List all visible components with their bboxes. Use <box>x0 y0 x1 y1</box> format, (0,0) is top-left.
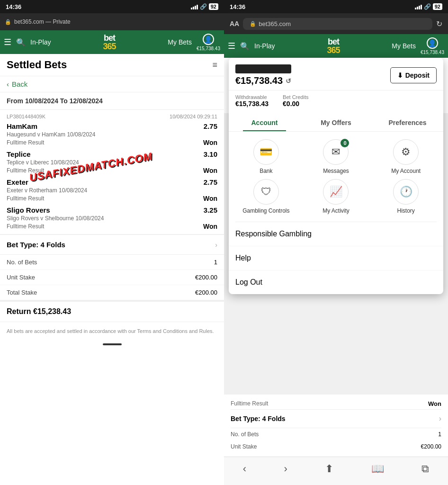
disclaimer-text: All bets are accepted and settled in acc… <box>7 328 214 334</box>
right-lower-result: Won <box>428 400 441 407</box>
tab-account[interactable]: Account <box>229 114 300 131</box>
left-status-icons: 🔗 92 <box>191 3 218 10</box>
my-account-icon-circle: ⚙ <box>393 139 419 165</box>
nav-forward-button[interactable]: › <box>279 460 292 477</box>
bet-credits-label: Bet Credits <box>283 94 308 100</box>
bet-team-1: Teplice <box>7 150 31 158</box>
bet-market-row-2: Fulltime Result Won <box>7 195 217 202</box>
balance-refresh-icon[interactable]: ↺ <box>286 77 291 85</box>
bet-odds-1: 3.10 <box>204 150 217 158</box>
balance-value: €15,738.43 <box>235 75 283 86</box>
bet-market-2: Fulltime Result <box>7 195 44 202</box>
bet-odds-0: 2.75 <box>204 122 217 130</box>
bank-icon-circle: 💳 <box>253 139 279 165</box>
nav-account[interactable]: 👤 €15,738.43 <box>197 34 220 51</box>
help-label: Help <box>235 254 251 262</box>
gambling-controls-label: Gambling Controls <box>242 207 289 214</box>
bet-id: LP3801448409K <box>7 114 45 119</box>
bet-item-2: Exeter 2.75 <box>7 178 217 186</box>
left-status-bar: 14:36 🔗 92 <box>0 0 224 13</box>
right-hamburger-icon[interactable]: ☰ <box>228 41 235 51</box>
unit-stake-label: Unit Stake <box>7 274 35 281</box>
icon-item-messages[interactable]: ✉ 0 Messages <box>304 139 369 174</box>
tab-preferences[interactable]: Preferences <box>372 114 443 131</box>
refresh-icon[interactable]: ↻ <box>436 19 442 28</box>
gambling-controls-icon: 🛡 <box>261 186 271 198</box>
deposit-button[interactable]: ⬇ Deposit <box>390 67 437 83</box>
right-nav-left-group: ☰ 🔍 In-Play <box>228 41 275 51</box>
right-nav-right-group: My Bets 👤 €15,738.43 <box>392 37 444 55</box>
right-wifi-icon: 🔗 <box>424 3 431 10</box>
right-account-circle-icon: 👤 <box>427 37 438 49</box>
deposit-label: Deposit <box>405 72 430 79</box>
hamburger-icon[interactable]: ☰ <box>4 37 11 47</box>
return-label: Return €15,238.43 <box>7 307 71 315</box>
menu-icon[interactable]: ≡ <box>212 60 217 70</box>
bet365-logo[interactable]: bet 365 <box>103 34 116 51</box>
bottom-nav: ‹ › ⬆ 📖 ⧉ <box>224 457 448 485</box>
wifi-icon: 🔗 <box>200 3 207 10</box>
bet-credits-value: €0.00 <box>283 100 308 108</box>
back-label: Back <box>12 80 27 88</box>
bet-market-0: Fulltime Result <box>7 139 44 146</box>
bet-match-1: Teplice v Liberec 10/08/2024 <box>7 159 217 166</box>
bet-item-1: Teplice 3.10 <box>7 150 217 158</box>
scroll-indicator <box>0 341 224 348</box>
nav-share-button[interactable]: ⬆ <box>320 460 338 477</box>
bet-type-row[interactable]: Bet Type: 4 Folds › <box>0 234 224 255</box>
total-stake-value: €200.00 <box>195 289 217 296</box>
responsible-gambling-label: Responsible Gambling <box>235 230 312 238</box>
right-lower-bets-value: 1 <box>438 431 441 438</box>
nav-inplay[interactable]: In-Play <box>30 38 51 46</box>
right-nav-mybets[interactable]: My Bets <box>392 42 416 50</box>
icon-item-my-activity[interactable]: 📈 My Activity <box>304 179 369 214</box>
menu-responsible-gambling[interactable]: Responsible Gambling <box>229 222 443 246</box>
nav-mybets[interactable]: My Bets <box>168 38 192 46</box>
logo-365: 365 <box>103 42 116 51</box>
icon-item-my-account[interactable]: ⚙ My Account <box>373 139 439 174</box>
right-lower-bettype[interactable]: Bet Type: 4 Folds › <box>231 410 441 428</box>
bet-match-3: Sligo Rovers v Shelbourne 10/08/2024 <box>7 215 217 222</box>
left-panel: 14:36 🔗 92 🔒 bet365.com — Private ☰ 🔍 In… <box>0 0 224 485</box>
search-icon[interactable]: 🔍 <box>16 38 26 47</box>
right-lower-bg: Fulltime Result Won Bet Type: 4 Folds › … <box>224 395 448 457</box>
bet-odds-3: 3.25 <box>204 206 217 214</box>
bet-market-row-3: Fulltime Result Won <box>7 223 217 230</box>
my-activity-label: My Activity <box>323 207 349 214</box>
right-bet365-logo[interactable]: bet 365 <box>327 37 340 54</box>
bank-icon: 💳 <box>260 146 272 158</box>
messages-label: Messages <box>323 168 349 174</box>
right-lower-unitstake-label: Unit Stake <box>231 443 257 450</box>
nav-tabs-button[interactable]: ⧉ <box>417 460 434 477</box>
right-nav-inplay[interactable]: In-Play <box>254 42 275 50</box>
date-range-text: From 10/08/2024 To 12/08/2024 <box>7 97 103 105</box>
chevron-right-icon: › <box>215 241 217 249</box>
icon-item-gambling-controls[interactable]: 🛡 Gambling Controls <box>233 179 299 214</box>
total-stake-label: Total Stake <box>7 289 37 296</box>
back-chevron-icon: ‹ <box>7 80 9 88</box>
back-button[interactable]: ‹ Back <box>0 76 224 92</box>
menu-log-out[interactable]: Log Out <box>229 270 443 294</box>
bet-match-2: Exeter v Rotherham 10/08/2024 <box>7 187 217 194</box>
icon-item-bank[interactable]: 💳 Bank <box>233 139 299 174</box>
bet-team-0: HamKam <box>7 122 37 130</box>
browser-aa[interactable]: AA <box>230 20 239 27</box>
browser-url-bar[interactable]: 🔒 bet365.com <box>243 18 432 30</box>
nav-bookmarks-button[interactable]: 📖 <box>367 460 389 477</box>
icon-item-history[interactable]: 🕐 History <box>373 179 439 214</box>
signal-icon <box>191 4 198 9</box>
bet-market-3: Fulltime Result <box>7 223 44 230</box>
withdrawable-label: Withdrawable <box>235 94 269 100</box>
right-nav-account[interactable]: 👤 €15,738.43 <box>421 37 444 55</box>
right-browser-url: bet365.com <box>259 20 291 27</box>
right-panel: 14:36 🔗 92 AA 🔒 bet365.com ↻ ☰ 🔍 In-Play <box>224 0 448 485</box>
tab-preferences-label: Preferences <box>388 119 426 126</box>
right-logo-365: 365 <box>327 46 340 54</box>
nav-back-button[interactable]: ‹ <box>238 460 251 477</box>
tab-my-offers[interactable]: My Offers <box>300 114 372 131</box>
bet-result-1: Won <box>203 167 217 174</box>
menu-help[interactable]: Help <box>229 246 443 270</box>
right-lower-unitstake-value: €200.00 <box>421 443 441 450</box>
right-search-icon[interactable]: 🔍 <box>240 42 250 51</box>
unit-stake-value: €200.00 <box>195 274 217 281</box>
